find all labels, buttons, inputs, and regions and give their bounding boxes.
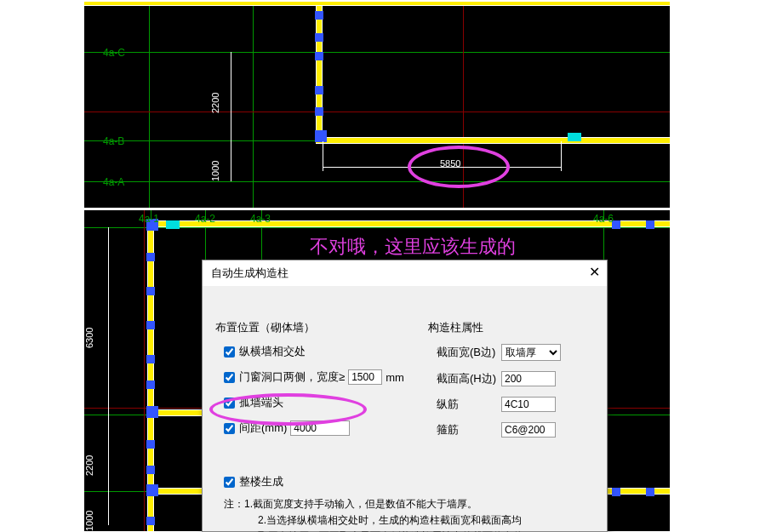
grid-label-4a-a: 4a-A [103,176,124,188]
section-placement-label: 布置位置（砌体墙） [215,320,408,335]
cad-view-top: 4a-C 4a-B 4a-A 2200 1000 5850 [83,0,671,209]
label-width: 截面宽(B边) [437,345,498,360]
checkbox-opening[interactable] [224,372,235,383]
highlight-ellipse-spacing [209,393,367,426]
unit-mm: mm [386,371,404,384]
grid-label-4a-6: 4a-6 [593,213,614,225]
dialog-title-text: 自动生成构造柱 [211,266,289,279]
checkbox-whole[interactable] [224,477,235,488]
grid-label-4a-3: 4a-3 [250,213,271,225]
label-height: 截面高(H边) [437,371,498,386]
highlight-ellipse-5850 [408,146,510,188]
close-icon[interactable]: ✕ [589,264,600,280]
input-height[interactable] [501,371,556,386]
checkbox-intersect[interactable] [224,346,235,358]
note-line-1: 注：1.截面宽度支持手动输入，但是数值不能大于墙厚。 [224,496,534,512]
label-opening: 门窗洞口两侧，宽度≥ [239,369,345,385]
grid-label-4a-c: 4a-C [103,47,125,59]
grid-label-4a-2: 4a-2 [195,213,215,225]
checkbox-spacing[interactable] [224,423,235,434]
grid-label-4a-b: 4a-B [103,135,124,147]
label-longbar: 纵筋 [437,397,498,412]
label-intersect: 纵横墙相交处 [239,344,306,359]
dim-2200-top: 2200 [210,93,220,113]
dim-1000-bot: 1000 [84,511,94,531]
input-longbar[interactable] [501,397,556,412]
note-line-3: 取同向墙厚，而不取本界面右侧构造柱属性中的截面信息值。 [258,529,534,532]
grid-label-4a-1: 4a-1 [139,213,159,225]
select-width[interactable]: 取墙厚 [501,344,561,361]
note-line-2: 2.当选择纵横墙相交处时，生成的构造柱截面宽和截面高均 [258,512,534,529]
dim-6300: 6300 [84,328,94,348]
annotation-text: 不对哦，这里应该生成的 [310,234,516,260]
dialog-titlebar: 自动生成构造柱 ✕ [203,260,607,286]
input-opening-width[interactable] [348,369,382,385]
label-stirrup: 箍筋 [437,422,498,438]
input-stirrup[interactable] [501,422,556,438]
label-whole: 整楼生成 [239,473,283,491]
section-attrs-label: 构造柱属性 [428,320,561,335]
dim-2200-bot: 2200 [84,455,94,476]
dim-1000-top: 1000 [210,161,220,181]
